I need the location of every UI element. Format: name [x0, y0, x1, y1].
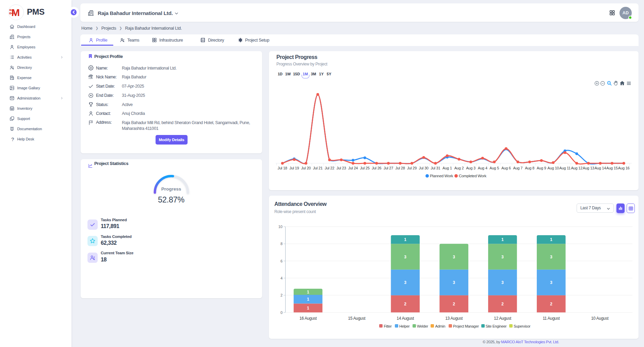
svg-text:1: 1	[307, 306, 309, 311]
svg-text:1: 1	[550, 237, 552, 242]
svg-text:Jul 26: Jul 26	[372, 166, 381, 170]
svg-text:Jul 20: Jul 20	[301, 166, 311, 170]
svg-text:3: 3	[404, 255, 406, 259]
svg-text:Jul 31: Jul 31	[431, 166, 440, 170]
svg-text:12 August: 12 August	[494, 316, 512, 321]
svg-text:Aug 2: Aug 2	[454, 166, 464, 170]
svg-text:3: 3	[501, 255, 504, 259]
svg-text:14 August: 14 August	[397, 316, 414, 321]
svg-text:8: 8	[280, 242, 283, 246]
svg-text:2: 2	[501, 302, 504, 306]
svg-text:Aug 3: Aug 3	[466, 166, 476, 170]
svg-text:Aug 6: Aug 6	[501, 166, 511, 170]
svg-text:Jul 27: Jul 27	[384, 166, 393, 170]
svg-text:Jul 22: Jul 22	[325, 166, 334, 170]
svg-text:Aug 14: Aug 14	[595, 166, 606, 170]
svg-text:Jul 30: Jul 30	[419, 166, 429, 170]
svg-text:Aug 10: Aug 10	[547, 166, 559, 170]
svg-text:Jul 29: Jul 29	[407, 166, 417, 170]
svg-text:Aug 4: Aug 4	[478, 166, 487, 170]
svg-text:15 August: 15 August	[348, 316, 366, 321]
svg-text:3: 3	[550, 280, 552, 285]
svg-text:Aug 8: Aug 8	[525, 166, 534, 170]
svg-text:Aug 9: Aug 9	[537, 166, 546, 170]
svg-text:2: 2	[453, 302, 455, 306]
svg-text:1: 1	[307, 290, 309, 295]
svg-text:10 August: 10 August	[591, 316, 609, 321]
svg-text:3: 3	[453, 280, 455, 285]
svg-text:2: 2	[404, 302, 406, 306]
svg-text:4: 4	[280, 276, 283, 280]
svg-text:1: 1	[307, 297, 309, 302]
svg-text:Jul 28: Jul 28	[396, 166, 405, 170]
svg-text:Jul 19: Jul 19	[289, 166, 299, 170]
svg-text:16 August: 16 August	[300, 316, 317, 321]
svg-text:1: 1	[501, 237, 504, 242]
svg-text:3: 3	[404, 280, 406, 285]
svg-text:Aug 5: Aug 5	[489, 166, 499, 170]
svg-text:Jul 18: Jul 18	[278, 166, 287, 170]
svg-text:Aug 13: Aug 13	[583, 166, 594, 170]
svg-text:M: M	[11, 7, 20, 18]
svg-text:11 August: 11 August	[543, 316, 560, 321]
svg-text:Jul 21: Jul 21	[313, 166, 322, 170]
svg-text:1: 1	[404, 237, 406, 242]
svg-text:2: 2	[550, 302, 552, 306]
svg-text:Aug 16: Aug 16	[618, 166, 630, 170]
svg-text:6: 6	[280, 259, 283, 263]
svg-text:Jul 24: Jul 24	[348, 166, 358, 170]
svg-text:Jul 23: Jul 23	[337, 166, 346, 170]
svg-text:Aug 11: Aug 11	[559, 166, 570, 170]
svg-text:Aug 12: Aug 12	[571, 166, 582, 170]
svg-text:3: 3	[453, 255, 455, 259]
svg-text:13 August: 13 August	[445, 316, 463, 321]
svg-text:10: 10	[278, 225, 283, 229]
svg-text:Aug 1: Aug 1	[442, 166, 452, 170]
svg-text:Jul 25: Jul 25	[360, 166, 370, 170]
svg-text:2: 2	[280, 293, 283, 297]
svg-text:0: 0	[280, 311, 283, 315]
svg-text:Aug 15: Aug 15	[606, 166, 618, 170]
svg-text:3: 3	[550, 255, 552, 259]
svg-text:Aug 7: Aug 7	[513, 166, 523, 170]
svg-text:3: 3	[501, 280, 504, 285]
